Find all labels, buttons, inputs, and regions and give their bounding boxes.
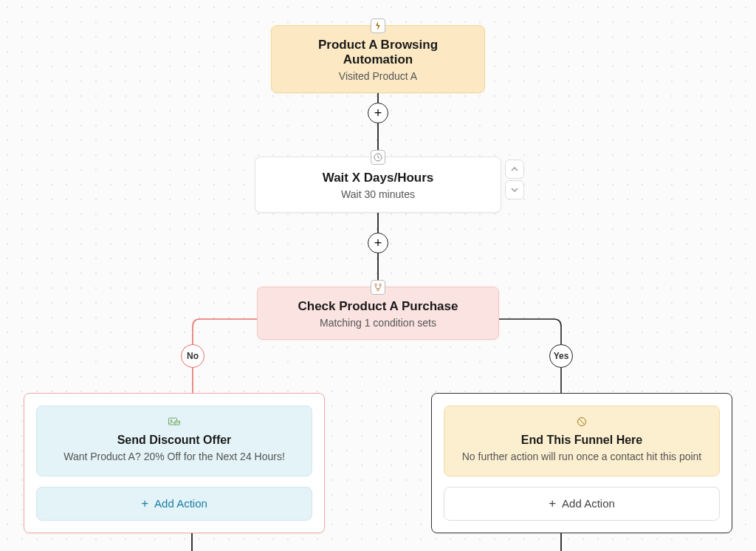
svg-point-8 xyxy=(379,284,382,286)
yes-card-subtitle: No further action will run once a contac… xyxy=(453,450,710,464)
stop-icon xyxy=(453,417,710,429)
svg-point-11 xyxy=(171,420,172,422)
chevron-up-button[interactable] xyxy=(505,160,524,179)
condition-node[interactable]: Check Product A Purchase Matching 1 cond… xyxy=(257,287,499,340)
mail-image-icon xyxy=(46,417,303,429)
wait-subtitle: Wait 30 minutes xyxy=(269,188,487,200)
trigger-title: Product A Browsing Automation xyxy=(285,38,471,67)
condition-title: Check Product A Purchase xyxy=(271,299,485,314)
yes-card-title: End This Funnel Here xyxy=(453,434,710,447)
branch-no-label: No xyxy=(187,351,199,361)
no-card-subtitle: Want Product A? 20% Off for the Next 24 … xyxy=(46,450,303,464)
add-action-yes-label: Add Action xyxy=(562,497,615,510)
svg-line-14 xyxy=(579,419,584,424)
add-action-no-label: Add Action xyxy=(154,497,207,510)
condition-subtitle: Matching 1 condition sets xyxy=(271,317,485,329)
send-discount-card[interactable]: Send Discount Offer Want Product A? 20% … xyxy=(36,405,312,476)
svg-point-9 xyxy=(377,289,379,291)
no-card-title: Send Discount Offer xyxy=(46,434,303,447)
plus-icon: + xyxy=(141,496,148,511)
branch-yes-label: Yes xyxy=(554,351,569,361)
branch-yes-badge: Yes xyxy=(549,344,573,368)
add-step-button[interactable]: + xyxy=(368,103,388,123)
add-action-no-button[interactable]: + Add Action xyxy=(36,487,312,521)
trigger-subtitle: Visited Product A xyxy=(285,70,471,82)
bolt-icon xyxy=(371,18,385,33)
svg-point-7 xyxy=(375,284,377,286)
branch-no-badge: No xyxy=(181,344,205,368)
add-action-yes-button[interactable]: + Add Action xyxy=(444,487,720,521)
end-funnel-card[interactable]: End This Funnel Here No further action w… xyxy=(444,405,720,476)
no-branch-container: Send Discount Offer Want Product A? 20% … xyxy=(24,393,325,533)
wait-title: Wait X Days/Hours xyxy=(269,171,487,185)
branch-icon xyxy=(371,280,385,295)
wait-node[interactable]: Wait X Days/Hours Wait 30 minutes xyxy=(255,157,501,213)
clock-icon xyxy=(371,150,385,165)
chevron-down-button[interactable] xyxy=(505,180,524,199)
yes-branch-container: End This Funnel Here No further action w… xyxy=(431,393,732,533)
plus-icon: + xyxy=(549,496,556,511)
trigger-node[interactable]: Product A Browsing Automation Visited Pr… xyxy=(271,25,485,93)
add-step-button-2[interactable]: + xyxy=(368,233,388,253)
stepper-controls xyxy=(505,160,524,201)
